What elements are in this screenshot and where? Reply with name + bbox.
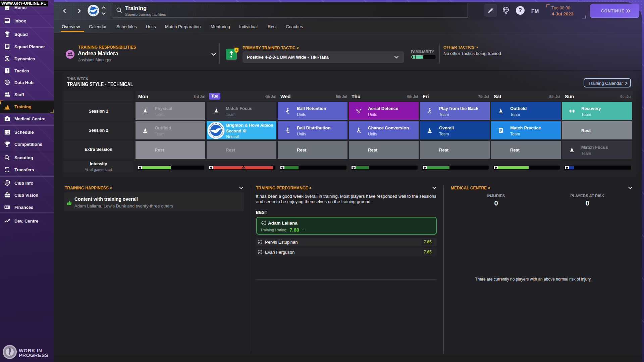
svg-text:11: 11 — [6, 33, 9, 36]
